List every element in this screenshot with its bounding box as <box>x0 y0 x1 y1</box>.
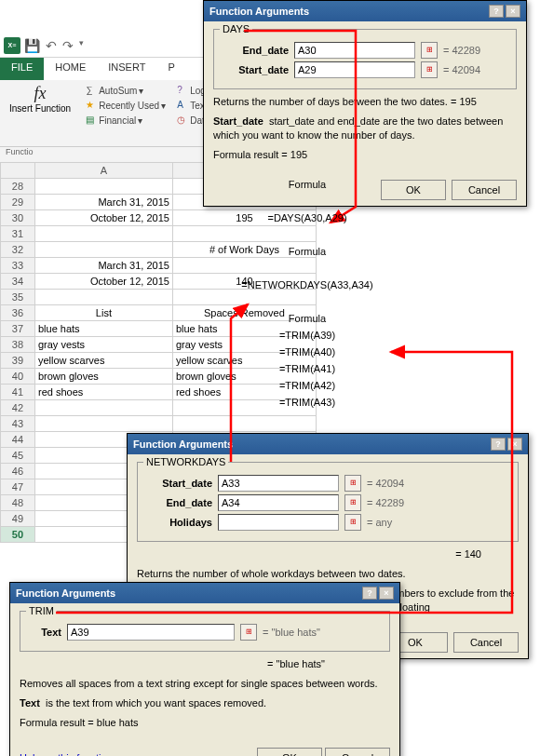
row-header[interactable]: 38 <box>1 337 35 353</box>
trim-text-input[interactable] <box>67 624 235 641</box>
cell[interactable]: gray vests <box>34 337 172 353</box>
cell[interactable]: blue hats <box>34 321 172 337</box>
cell-formula[interactable]: =TRIM(A39) <box>214 330 400 341</box>
ref-edit-icon[interactable]: ⊞ <box>344 514 361 531</box>
row-header[interactable]: 33 <box>1 258 35 274</box>
help-link[interactable]: Help on this function <box>20 752 113 756</box>
column-header-a[interactable]: A <box>34 163 172 179</box>
nd-start-input[interactable] <box>218 475 339 492</box>
row-header[interactable]: 36 <box>1 305 35 321</box>
cell[interactable] <box>172 290 316 305</box>
days-desc2: Start_date start_date and end_date are t… <box>213 115 517 142</box>
close-icon[interactable]: × <box>379 587 394 600</box>
nd-desc1: Returns the number of whole workdays bet… <box>137 567 519 581</box>
ref-edit-icon[interactable]: ⊞ <box>344 475 361 492</box>
row-header[interactable]: 42 <box>1 400 35 416</box>
cell[interactable]: October 12, 2015 <box>34 274 172 290</box>
dialog-trim-titlebar[interactable]: Function Arguments ? × <box>10 583 399 603</box>
save-icon[interactable]: 💾 <box>24 38 40 53</box>
help-icon[interactable]: ? <box>491 438 506 451</box>
row-header[interactable]: 28 <box>1 179 35 195</box>
financial-button[interactable]: ▤ Financial ▾ <box>84 114 168 127</box>
tab-file[interactable]: FILE <box>0 58 44 80</box>
tab-pagelayout[interactable]: P <box>156 58 185 80</box>
row-header[interactable]: 40 <box>1 369 35 385</box>
cell[interactable]: brown gloves <box>34 369 172 385</box>
ref-edit-icon[interactable]: ⊞ <box>240 624 257 641</box>
insert-function-button[interactable]: fx Insert Function <box>4 84 76 142</box>
row-header[interactable]: 45 <box>1 448 35 464</box>
cell[interactable] <box>172 226 316 242</box>
cancel-button[interactable]: Cancel <box>452 180 517 200</box>
nd-holidays-input[interactable] <box>218 514 339 531</box>
cell[interactable]: List <box>34 305 172 321</box>
fx-icon: fx <box>34 84 47 103</box>
ref-edit-icon[interactable]: ⊞ <box>421 61 438 78</box>
cell[interactable]: red shoes <box>34 385 172 400</box>
cell-formula[interactable]: =TRIM(A43) <box>214 397 400 408</box>
cell[interactable] <box>34 242 172 258</box>
autosum-button[interactable]: ∑ AutoSum ▾ <box>84 84 168 97</box>
start-date-eval: = 42094 <box>443 64 480 75</box>
row-header[interactable]: 48 <box>1 495 35 511</box>
row-header[interactable]: 37 <box>1 321 35 337</box>
cell[interactable] <box>172 416 316 432</box>
nd-end-input[interactable] <box>218 494 339 511</box>
cell[interactable] <box>34 400 172 416</box>
end-date-input[interactable] <box>294 42 415 59</box>
cell[interactable] <box>34 226 172 242</box>
cell[interactable] <box>34 290 172 305</box>
cell-formula[interactable]: =DAYS(A30,A29) <box>214 212 400 223</box>
cancel-button[interactable]: Cancel <box>453 632 519 653</box>
row-header[interactable]: 47 <box>1 479 35 495</box>
help-icon[interactable]: ? <box>362 587 377 600</box>
row-header[interactable]: 34 <box>1 274 35 290</box>
tab-home[interactable]: HOME <box>44 58 97 80</box>
row-header[interactable]: 30 <box>1 210 35 226</box>
cell[interactable] <box>172 258 316 274</box>
row-header[interactable]: 44 <box>1 432 35 448</box>
start-date-input[interactable] <box>294 61 415 78</box>
close-icon[interactable]: × <box>507 438 522 451</box>
cell[interactable]: March 31, 2015 <box>34 195 172 210</box>
cell[interactable]: October 12, 2015 <box>34 210 172 226</box>
row-header[interactable]: 43 <box>1 416 35 432</box>
nd-computed: = 140 <box>137 547 519 561</box>
days-desc1: Returns the number of days between the t… <box>213 95 517 109</box>
ref-edit-icon[interactable]: ⊞ <box>344 494 361 511</box>
row-header[interactable]: 32 <box>1 242 35 258</box>
ref-edit-icon[interactable]: ⊞ <box>421 42 438 59</box>
undo-icon[interactable]: ↶ <box>46 38 57 53</box>
row-header[interactable]: 39 <box>1 353 35 369</box>
row-header[interactable]: 46 <box>1 464 35 479</box>
dialog-networkdays-titlebar[interactable]: Function Arguments ? × <box>128 434 528 454</box>
row-header[interactable]: 41 <box>1 385 35 400</box>
recently-used-button[interactable]: ★ Recently Used ▾ <box>84 99 168 112</box>
qat-dropdown-icon[interactable]: ▾ <box>79 38 84 53</box>
dialog-days-titlebar[interactable]: Function Arguments ? × <box>204 1 526 21</box>
cell-formula[interactable]: =NETWORKDAYS(A33,A34) <box>214 279 400 290</box>
select-all-corner[interactable] <box>1 163 35 179</box>
cell-formula[interactable]: Formula <box>214 313 400 324</box>
row-header[interactable]: 31 <box>1 226 35 242</box>
cell-formula[interactable]: =TRIM(A40) <box>214 346 400 358</box>
cell-formula[interactable]: =TRIM(A41) <box>214 363 400 374</box>
cancel-button[interactable]: Cancel <box>325 748 390 756</box>
row-header[interactable]: 35 <box>1 290 35 305</box>
ok-button[interactable]: OK <box>257 748 322 756</box>
help-icon[interactable]: ? <box>489 5 504 18</box>
cell[interactable]: yellow scarves <box>34 353 172 369</box>
nd-end-eval: = 42289 <box>367 497 404 508</box>
close-icon[interactable]: × <box>506 5 520 18</box>
row-header[interactable]: 49 <box>1 511 35 527</box>
cell-formula[interactable]: =TRIM(A42) <box>214 380 400 391</box>
cell-formula[interactable]: Formula <box>214 246 400 257</box>
tab-insert[interactable]: INSERT <box>97 58 156 80</box>
cell[interactable] <box>34 416 172 432</box>
cell-formula[interactable]: Formula <box>214 179 400 190</box>
row-header[interactable]: 50 <box>1 527 35 543</box>
cell[interactable] <box>34 179 172 195</box>
row-header[interactable]: 29 <box>1 195 35 210</box>
redo-icon[interactable]: ↷ <box>62 38 74 53</box>
cell[interactable]: March 31, 2015 <box>34 258 172 274</box>
